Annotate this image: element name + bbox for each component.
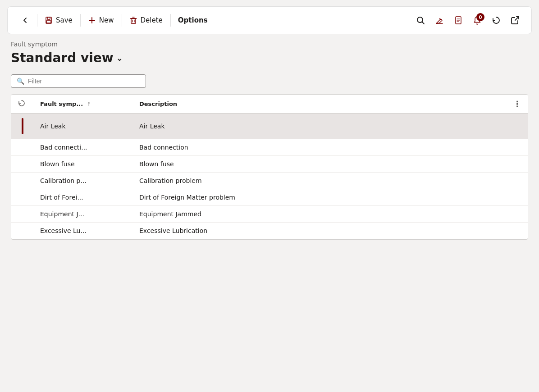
th-fault-symptom-label: Fault symp... <box>40 100 83 107</box>
search-icon <box>416 16 425 25</box>
row-spacer-cell <box>507 189 528 206</box>
row-indicator-cell <box>11 156 34 173</box>
divider-3 <box>122 14 122 27</box>
save-button[interactable]: Save <box>38 13 79 28</box>
fault-symptom-cell: Calibration p... <box>34 173 133 189</box>
description-cell: Equipment Jammed <box>133 206 507 223</box>
search-button[interactable] <box>411 11 429 29</box>
page-title-wrap: Standard view ⌄ <box>11 50 528 65</box>
svg-line-18 <box>515 17 519 20</box>
description-cell: Dirt of Foreign Matter problem <box>133 189 507 206</box>
table-header-row: Fault symp... ↑ Description ⋮ <box>11 95 528 114</box>
sort-arrow-icon: ↑ <box>87 101 91 107</box>
back-button[interactable] <box>15 13 36 28</box>
description-cell: Calibration problem <box>133 173 507 189</box>
filter-search-icon: 🔍 <box>17 77 24 85</box>
th-more[interactable]: ⋮ <box>507 95 528 114</box>
row-spacer-cell <box>507 114 528 139</box>
export-button[interactable] <box>506 11 524 29</box>
description-cell: Excessive Lubrication <box>133 223 507 239</box>
svg-line-11 <box>422 22 425 24</box>
filter-input-wrap: 🔍 <box>11 74 146 88</box>
row-spacer-cell <box>507 139 528 156</box>
table-row[interactable]: Calibration p...Calibration problem <box>11 173 528 189</box>
notification-count: 0 <box>476 13 484 21</box>
erase-icon <box>434 15 444 25</box>
divider-4 <box>170 14 171 27</box>
th-refresh[interactable] <box>11 95 34 114</box>
data-table: Fault symp... ↑ Description ⋮ Air LeakAi… <box>11 95 528 239</box>
row-indicator-cell <box>11 139 34 156</box>
row-indicator-cell <box>11 114 34 139</box>
document-button[interactable] <box>449 11 467 29</box>
new-icon <box>88 16 96 24</box>
selected-indicator <box>22 118 23 134</box>
row-indicator-cell <box>11 223 34 239</box>
fault-symptom-cell: Dirt of Forei... <box>34 189 133 206</box>
svg-rect-1 <box>47 17 50 19</box>
save-icon <box>45 16 53 24</box>
divider-1 <box>37 14 37 27</box>
page-content: Fault symptom Standard view ⌄ 🔍 <box>0 41 539 240</box>
svg-rect-5 <box>131 18 136 23</box>
table-row[interactable]: Dirt of Forei...Dirt of Foreign Matter p… <box>11 189 528 206</box>
fault-symptom-cell: Excessive Lu... <box>34 223 133 239</box>
table-body: Air LeakAir LeakBad connecti...Bad conne… <box>11 114 528 239</box>
row-spacer-cell <box>507 156 528 173</box>
row-spacer-cell <box>507 173 528 189</box>
svg-rect-2 <box>46 21 51 23</box>
fault-symptom-cell: Bad connecti... <box>34 139 133 156</box>
delete-button[interactable]: Delete <box>123 13 169 28</box>
row-indicator-cell <box>11 189 34 206</box>
table-row[interactable]: Equipment J...Equipment Jammed <box>11 206 528 223</box>
filter-wrap: 🔍 <box>11 74 528 88</box>
table-row[interactable]: Blown fuseBlown fuse <box>11 156 528 173</box>
table-row[interactable]: Bad connecti...Bad connection <box>11 139 528 156</box>
toolbar-right: 0 <box>411 11 524 29</box>
svg-rect-0 <box>46 17 51 23</box>
refresh-rows-icon <box>18 99 26 107</box>
document-icon <box>454 16 463 25</box>
table-row[interactable]: Air LeakAir Leak <box>11 114 528 139</box>
save-label: Save <box>56 16 73 24</box>
delete-icon <box>129 16 137 24</box>
divider-2 <box>80 14 81 27</box>
erase-button[interactable] <box>430 11 448 29</box>
notifications-button[interactable]: 0 <box>468 11 486 29</box>
new-button[interactable]: New <box>82 13 121 28</box>
th-description-label: Description <box>139 100 177 107</box>
row-indicator-cell <box>11 206 34 223</box>
new-label: New <box>99 16 114 24</box>
more-options-icon: ⋮ <box>513 99 521 109</box>
filter-input[interactable] <box>28 77 140 85</box>
data-table-wrap: Fault symp... ↑ Description ⋮ Air LeakAi… <box>11 94 528 240</box>
breadcrumb: Fault symptom <box>11 41 528 48</box>
refresh-icon <box>491 15 501 25</box>
view-dropdown-button[interactable]: ⌄ <box>116 53 123 63</box>
options-label: Options <box>178 16 208 24</box>
description-cell: Bad connection <box>133 139 507 156</box>
row-indicator-cell <box>11 173 34 189</box>
delete-label: Delete <box>141 16 163 24</box>
page-title: Standard view <box>11 50 114 65</box>
description-cell: Air Leak <box>133 114 507 139</box>
description-cell: Blown fuse <box>133 156 507 173</box>
fault-symptom-cell: Air Leak <box>34 114 133 139</box>
toolbar: Save New Delete Options <box>7 6 532 34</box>
row-spacer-cell <box>507 206 528 223</box>
back-icon <box>21 16 29 24</box>
th-fault-symptom[interactable]: Fault symp... ↑ <box>34 95 133 114</box>
export-icon <box>510 15 520 25</box>
th-description[interactable]: Description <box>133 95 507 114</box>
refresh-button[interactable] <box>487 11 505 29</box>
fault-symptom-cell: Blown fuse <box>34 156 133 173</box>
row-spacer-cell <box>507 223 528 239</box>
table-row[interactable]: Excessive Lu...Excessive Lubrication <box>11 223 528 239</box>
options-button[interactable]: Options <box>172 13 215 28</box>
fault-symptom-cell: Equipment J... <box>34 206 133 223</box>
